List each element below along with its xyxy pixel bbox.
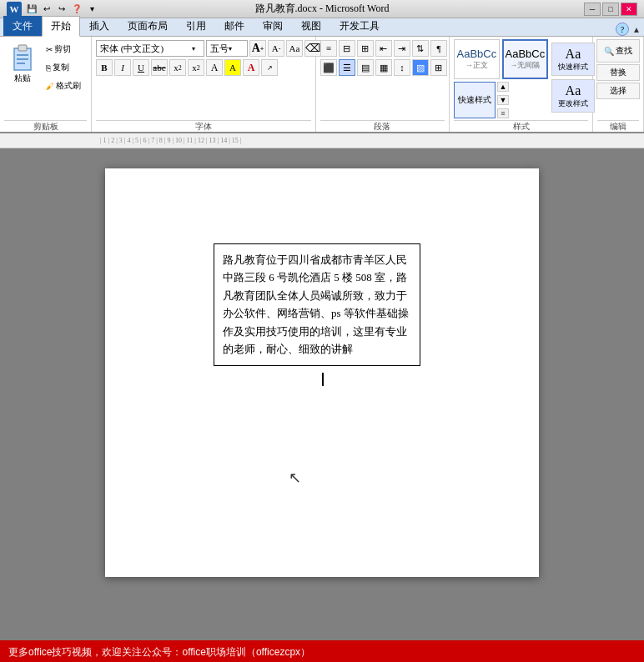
styles-scroll: ▲ ▼ ≡ xyxy=(497,82,509,118)
ribbon-toggle[interactable]: ▲ xyxy=(632,25,641,34)
shading-button[interactable]: ▧ xyxy=(412,59,429,76)
format-painter-button[interactable]: 🖌 格式刷 xyxy=(43,78,84,94)
text-cursor xyxy=(322,373,324,386)
help-circle-icon[interactable]: ? xyxy=(616,23,629,36)
sort-button[interactable]: ⇅ xyxy=(412,40,429,57)
font-group-top: 宋体 (中文正文) ▾ 五号 ▾ A+ A- Aa ⌫ B I U abc x2… xyxy=(96,39,311,118)
quick-styles-action-button[interactable]: Aa 快速样式 xyxy=(551,43,595,76)
select-button[interactable]: 选择 xyxy=(596,83,640,99)
font-expand-button[interactable]: ↗ xyxy=(261,59,278,76)
font-name-arrow: ▾ xyxy=(192,45,195,53)
restore-button[interactable]: □ xyxy=(602,3,619,16)
superscript-button[interactable]: x2 xyxy=(188,59,204,76)
style-more[interactable]: ≡ xyxy=(497,108,509,118)
grow-font-button[interactable]: A+ xyxy=(249,40,266,57)
align-left-button[interactable]: ⬛ xyxy=(320,59,337,76)
quick-style-1[interactable]: AaBbCc →正文 xyxy=(454,39,500,79)
status-text: 更多office技巧视频，欢迎关注公众号：office职场培训（officezc… xyxy=(8,645,310,659)
close-button[interactable]: ✕ xyxy=(621,3,637,16)
font-group: 宋体 (中文正文) ▾ 五号 ▾ A+ A- Aa ⌫ B I U abc x2… xyxy=(92,37,316,132)
tab-mailings[interactable]: 邮件 xyxy=(215,16,254,36)
svg-rect-1 xyxy=(18,45,27,51)
customize-icon[interactable]: ▾ xyxy=(85,3,98,16)
title-bar-left: W 💾 ↩ ↪ ❓ ▾ xyxy=(7,2,98,17)
paste-button[interactable]: 粘贴 xyxy=(4,39,41,88)
redo-icon[interactable]: ↪ xyxy=(55,3,68,16)
multilevel-button[interactable]: ⊞ xyxy=(357,40,374,57)
change-styles-button[interactable]: Aa 更改样式 xyxy=(551,79,595,113)
title-bar-controls: ─ □ ✕ xyxy=(584,3,637,16)
subscript-button[interactable]: x2 xyxy=(169,59,186,76)
quick-styles-button[interactable]: 快速样式 xyxy=(454,82,496,118)
decrease-indent-button[interactable]: ⇤ xyxy=(375,40,392,57)
editing-group: 🔍 查找 替换 选择 编辑 xyxy=(593,37,644,132)
find-button[interactable]: 🔍 查找 xyxy=(596,39,640,63)
style-items: AaBbCc →正文 AaBbCc →无间隔 快速样式 xyxy=(454,39,548,118)
line-spacing-button[interactable]: ↕ xyxy=(394,59,410,76)
page-area: 路凡教育位于四川省成都市青羊区人民中路三段 6 号凯伦酒店 5 楼 508 室，… xyxy=(0,148,644,640)
quick-styles-icon: Aa xyxy=(566,47,581,62)
style-scroll-up[interactable]: ▲ xyxy=(497,82,509,92)
ribbon-main: 粘贴 ✂ 剪切 ⎘ 复制 🖌 格式刷 剪贴板 xyxy=(0,37,644,133)
bold-button[interactable]: B xyxy=(96,59,113,76)
mouse-cursor: ↖ xyxy=(289,469,301,487)
editing-label: 编辑 xyxy=(597,120,639,132)
shrink-font-button[interactable]: A- xyxy=(268,40,284,57)
binoculars-icon: 🔍 xyxy=(604,47,614,56)
tab-review[interactable]: 审阅 xyxy=(254,16,292,36)
bordered-text-box[interactable]: 路凡教育位于四川省成都市青羊区人民中路三段 6 号凯伦酒店 5 楼 508 室，… xyxy=(214,243,420,366)
undo-icon[interactable]: ↩ xyxy=(40,3,53,16)
text-effect-button[interactable]: A xyxy=(206,59,223,76)
status-bar: 更多office技巧视频，欢迎关注公众号：office职场培训（officezc… xyxy=(0,640,644,662)
borders-button[interactable]: ⊞ xyxy=(430,59,447,76)
increase-indent-button[interactable]: ⇥ xyxy=(394,40,410,57)
strikethrough-button[interactable]: abc xyxy=(151,59,168,76)
numbering-button[interactable]: ⊟ xyxy=(339,40,355,57)
title-bar-title: 路凡教育.docx - Microsoft Word xyxy=(255,2,390,16)
cut-button[interactable]: ✂ 剪切 xyxy=(43,41,84,58)
bullets-button[interactable]: ≡ xyxy=(320,40,337,57)
font-size-dropdown[interactable]: 五号 ▾ xyxy=(206,40,248,57)
change-case-button[interactable]: Aa xyxy=(286,40,303,57)
paste-label: 粘贴 xyxy=(14,73,31,84)
tab-view[interactable]: 视图 xyxy=(292,16,330,36)
quick-style-2[interactable]: AaBbCc →无间隔 xyxy=(502,39,548,79)
word-page: 路凡教育位于四川省成都市青羊区人民中路三段 6 号凯伦酒店 5 楼 508 室，… xyxy=(105,168,539,577)
copy-button[interactable]: ⎘ 复制 xyxy=(43,59,84,76)
highlight-button[interactable]: A xyxy=(224,59,241,76)
save-icon[interactable]: 💾 xyxy=(25,3,38,16)
tab-developer[interactable]: 开发工具 xyxy=(330,16,389,36)
ribbon-tabs: 文件 开始 插入 页面布局 引用 邮件 审阅 视图 开发工具 ? ▲ xyxy=(0,18,644,37)
justify-button[interactable]: ▦ xyxy=(375,59,392,76)
copy-icon: ⎘ xyxy=(46,63,51,73)
font-color-button[interactable]: A xyxy=(243,59,259,76)
align-right-button[interactable]: ▤ xyxy=(357,59,374,76)
change-styles-icon: Aa xyxy=(566,83,581,98)
help-icon[interactable]: ❓ xyxy=(70,3,83,16)
svg-rect-2 xyxy=(17,54,28,56)
tab-page-layout[interactable]: 页面布局 xyxy=(118,16,177,36)
align-center-button[interactable]: ☰ xyxy=(339,59,355,76)
styles-action-row: 快速样式 ▲ ▼ ≡ xyxy=(454,82,548,118)
svg-rect-3 xyxy=(17,58,28,60)
tab-references[interactable]: 引用 xyxy=(177,16,215,36)
tab-insert[interactable]: 插入 xyxy=(80,16,118,36)
clipboard-label: 剪贴板 xyxy=(4,120,87,132)
tab-file[interactable]: 文件 xyxy=(3,16,42,36)
tab-home[interactable]: 开始 xyxy=(42,16,80,37)
clipboard-group: 粘贴 ✂ 剪切 ⎘ 复制 🖌 格式刷 剪贴板 xyxy=(0,37,92,132)
styles-action-buttons: Aa 快速样式 Aa 更改样式 xyxy=(551,39,595,113)
style-scroll-down[interactable]: ▼ xyxy=(497,95,509,105)
font-size-arrow: ▾ xyxy=(229,45,232,53)
text-content-area: 路凡教育位于四川省成都市青羊区人民中路三段 6 号凯伦酒店 5 楼 508 室，… xyxy=(214,243,420,366)
show-hide-button[interactable]: ¶ xyxy=(430,40,447,57)
underline-button[interactable]: U xyxy=(133,59,149,76)
italic-button[interactable]: I xyxy=(114,59,131,76)
minimize-button[interactable]: ─ xyxy=(584,3,601,16)
font-name-dropdown[interactable]: 宋体 (中文正文) ▾ xyxy=(96,40,204,57)
editing-group-top: 🔍 查找 替换 选择 xyxy=(597,39,639,118)
style-row: AaBbCc →正文 AaBbCc →无间隔 xyxy=(454,39,548,79)
replace-button[interactable]: 替换 xyxy=(596,64,640,81)
scissors-icon: ✂ xyxy=(46,45,53,54)
paragraph-group: ≡ ⊟ ⊞ ⇤ ⇥ ⇅ ¶ ⬛ ☰ ▤ ▦ ↕ ▧ ⊞ 段落 xyxy=(316,37,450,132)
